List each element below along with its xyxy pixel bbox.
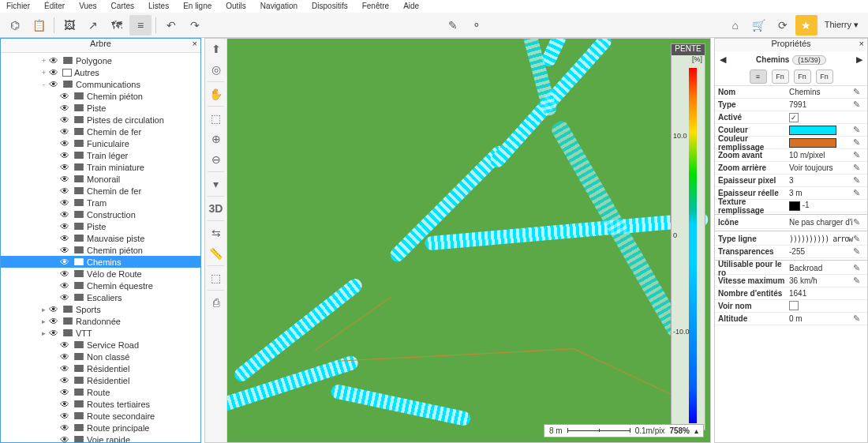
eye-icon[interactable]: 👁 — [60, 411, 69, 422]
tree-item[interactable]: ▸👁Sports — [1, 303, 200, 315]
eye-icon[interactable]: 👁 — [60, 221, 69, 232]
tree-item[interactable]: 👁Pistes de circulation — [1, 114, 200, 126]
cloud-sync-icon[interactable]: ⟳ — [772, 15, 794, 36]
eye-icon[interactable]: 👁 — [60, 434, 69, 443]
tab-fn3[interactable]: Fn — [816, 69, 833, 84]
edit-icon[interactable]: ✎ — [853, 163, 864, 173]
route-icon[interactable]: ✎ — [442, 15, 464, 36]
edit-icon[interactable]: ✎ — [853, 263, 864, 273]
target-icon[interactable]: ◎ — [205, 59, 226, 80]
eye-icon[interactable]: 👁 — [60, 257, 69, 268]
tree-item[interactable]: +👁Polygone — [1, 54, 200, 66]
user-menu[interactable]: Thierry ▾ — [818, 20, 865, 30]
tree-item[interactable]: 👁Escaliers — [1, 291, 200, 303]
menu-fenêtre[interactable]: Fenêtre — [362, 2, 389, 11]
chevron-up-icon[interactable]: ▴ — [694, 426, 698, 435]
eye-icon[interactable]: 👁 — [60, 387, 69, 398]
tree-item[interactable]: 👁Voie rapide — [1, 434, 200, 442]
tree-item[interactable]: 👁Monorail — [1, 173, 200, 185]
eye-icon[interactable]: 👁 — [49, 79, 58, 90]
edit-icon[interactable]: ✎ — [853, 188, 864, 198]
ruler-icon[interactable]: 📏 — [205, 243, 226, 264]
edit-icon[interactable]: ✎ — [853, 125, 864, 135]
tree-item[interactable]: 👁Train léger — [1, 149, 200, 161]
close-icon[interactable]: × — [859, 39, 864, 48]
edit-icon[interactable]: ✎ — [853, 217, 864, 227]
eye-icon[interactable]: 👁 — [60, 150, 69, 161]
zoom-out-icon[interactable]: ⊖ — [205, 149, 226, 170]
eye-icon[interactable]: 👁 — [60, 91, 69, 102]
eye-icon[interactable]: 👁 — [60, 340, 69, 351]
eye-icon[interactable]: 👁 — [60, 162, 69, 173]
eye-icon[interactable]: 👁 — [60, 115, 69, 126]
eye-icon[interactable]: 👁 — [60, 174, 69, 185]
eye-icon[interactable]: 👁 — [49, 67, 58, 78]
edit-icon[interactable]: ✎ — [853, 137, 864, 148]
favorite-icon[interactable]: ★ — [795, 15, 817, 36]
next-icon[interactable]: ▶ — [855, 54, 864, 65]
cursor-icon[interactable]: ⬆ — [205, 39, 226, 59]
redo-icon[interactable]: ↷ — [184, 15, 206, 36]
tree-item[interactable]: 👁Chemins — [1, 256, 200, 268]
area-icon[interactable]: ⬚ — [205, 268, 226, 288]
menu-fichier[interactable]: Fichier — [6, 2, 30, 11]
eye-icon[interactable]: 👁 — [60, 292, 69, 303]
eye-icon[interactable]: 👁 — [60, 197, 69, 208]
tree-item[interactable]: 👁Train miniature — [1, 161, 200, 173]
eye-icon[interactable]: 👁 — [60, 245, 69, 256]
edit-icon[interactable]: ✎ — [853, 276, 864, 286]
image-icon[interactable]: 🖼 — [58, 15, 80, 36]
tree-item[interactable]: 👁Route — [1, 386, 200, 398]
tree-item[interactable]: 👁Chemin de fer — [1, 126, 200, 137]
tree-item[interactable]: 👁Chemin de fer — [1, 185, 200, 197]
eye-icon[interactable]: 👁 — [60, 209, 69, 220]
list-icon[interactable]: ≡ — [129, 15, 152, 36]
tree-item[interactable]: ▸👁Randonnée — [1, 315, 200, 327]
eye-icon[interactable]: 👁 — [60, 233, 69, 244]
menu-vues[interactable]: Vues — [79, 2, 96, 11]
eye-icon[interactable]: 👁 — [60, 363, 69, 374]
tree-item[interactable]: 👁Construction — [1, 208, 200, 220]
eye-icon[interactable]: 👁 — [49, 55, 58, 66]
menu-cartes[interactable]: Cartes — [111, 2, 134, 11]
tree-item[interactable]: 👁Piste — [1, 102, 200, 114]
edit-icon[interactable]: ✎ — [853, 99, 864, 110]
dropdown-icon[interactable]: ▾ — [205, 174, 226, 194]
eye-icon[interactable]: 👁 — [60, 422, 69, 434]
checkbox[interactable] — [789, 301, 799, 310]
tree-item[interactable]: 👁Tram — [1, 197, 200, 208]
select-rect-icon[interactable]: ⬚ — [205, 108, 226, 129]
tree-item[interactable]: 👁Vélo de Route — [1, 268, 200, 280]
edit-icon[interactable]: ✎ — [853, 234, 864, 244]
tree-item[interactable]: 👁Routes tertiaires — [1, 398, 200, 410]
map-canvas[interactable]: PENTE [%] 10.00-10.0 8 m 0.1m/pix 758% ▴ — [227, 39, 710, 442]
menu-dispositifs[interactable]: Dispositifs — [312, 2, 348, 11]
eye-icon[interactable]: 👁 — [60, 399, 69, 410]
close-icon[interactable]: × — [193, 39, 197, 48]
tree-item[interactable]: 👁Non classé — [1, 351, 200, 362]
undo-icon[interactable]: ↶ — [160, 15, 182, 36]
tree-item[interactable]: ▸👁VTT — [1, 327, 200, 339]
export-icon[interactable]: ⎙ — [205, 292, 226, 313]
nav-icon[interactable]: ⚬ — [466, 15, 488, 36]
cart-icon[interactable]: 🛒 — [748, 15, 770, 36]
edit-icon[interactable]: ✎ — [853, 87, 864, 97]
eye-icon[interactable]: 👁 — [49, 316, 58, 327]
tab-fn1[interactable]: Fn — [772, 69, 789, 84]
tree-item[interactable]: 👁Résidentiel — [1, 374, 200, 386]
prev-icon[interactable]: ◀ — [718, 54, 728, 65]
3d-icon[interactable]: 3D — [205, 198, 226, 219]
clipboard-icon[interactable]: 📋 — [28, 15, 50, 36]
menu-outils[interactable]: Outils — [226, 2, 246, 11]
tree-item[interactable]: 👁Chemin équestre — [1, 280, 200, 291]
eye-icon[interactable]: 👁 — [60, 280, 69, 291]
menu-aide[interactable]: Aide — [403, 2, 419, 11]
tab-fn2[interactable]: Fn — [794, 69, 811, 84]
tree-item[interactable]: 👁Chemin piéton — [1, 90, 200, 102]
tree-item[interactable]: 👁Mauvaise piste — [1, 232, 200, 244]
eye-icon[interactable]: 👁 — [60, 351, 69, 362]
tree-item[interactable]: 👁Chemin piéton — [1, 244, 200, 256]
eye-icon[interactable]: 👁 — [49, 328, 58, 339]
tree-item[interactable]: 👁Résidentiel — [1, 362, 200, 374]
tree-item[interactable]: -👁Communications — [1, 78, 200, 90]
